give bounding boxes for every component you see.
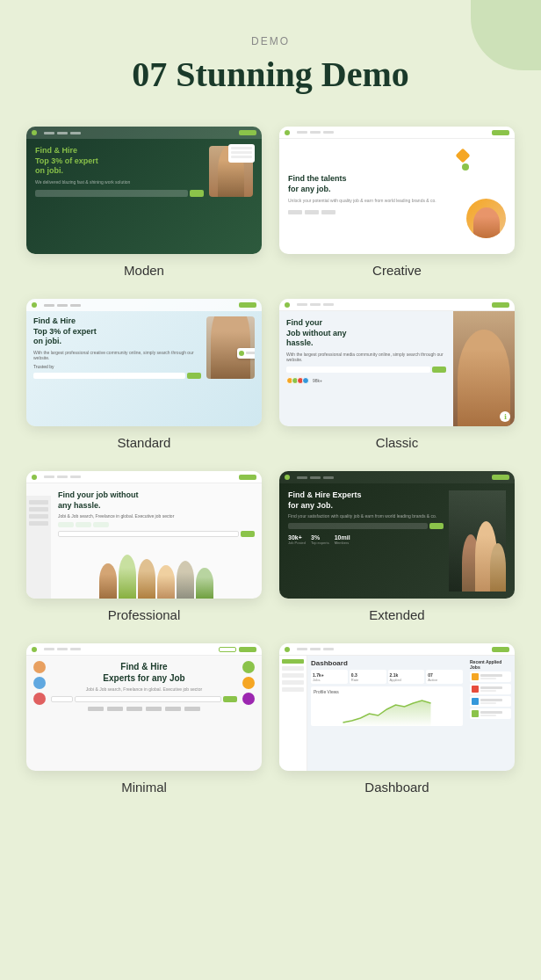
job-info bbox=[480, 686, 509, 692]
sidebar-item bbox=[282, 680, 304, 685]
job-title bbox=[480, 711, 502, 714]
nav-bar bbox=[26, 643, 262, 656]
nav-items bbox=[297, 648, 334, 650]
nav-item bbox=[57, 475, 68, 478]
demo-name-creative[interactable]: Creative bbox=[372, 263, 422, 278]
nav-item bbox=[70, 475, 81, 478]
demo-thumbnail-minimal[interactable]: Find & HireExperts for any Job Jobi & Jo… bbox=[26, 643, 262, 771]
demo-name-minimal[interactable]: Minimal bbox=[121, 780, 167, 795]
brand-item bbox=[107, 707, 123, 711]
decorative-shape bbox=[456, 149, 471, 163]
nav-bar bbox=[279, 471, 515, 483]
brand-logos bbox=[288, 210, 452, 214]
cta-button bbox=[492, 130, 509, 135]
demo-name-moden[interactable]: Moden bbox=[124, 263, 164, 278]
nav-items bbox=[44, 132, 81, 134]
hero-image: ℹ bbox=[453, 311, 515, 426]
nav-item bbox=[57, 132, 68, 134]
demo-item-extended[interactable]: Find & Hire Expertsfor any Job. Find you… bbox=[279, 471, 515, 622]
brand-item bbox=[88, 707, 104, 711]
demo-thumbnail-extended[interactable]: Find & Hire Expertsfor any Job. Find you… bbox=[279, 471, 515, 599]
demo-item-standard[interactable]: Find & HireTop 3% of experton jobi. With… bbox=[26, 299, 262, 450]
demo-name-classic[interactable]: Classic bbox=[376, 435, 418, 450]
sub-text: With the largest professional creative c… bbox=[33, 350, 201, 360]
brand-item bbox=[165, 707, 181, 711]
job-logo bbox=[472, 710, 479, 717]
people-row: 98k+ bbox=[286, 377, 446, 384]
left-avatars bbox=[33, 661, 46, 711]
avatar bbox=[242, 661, 255, 673]
avatar bbox=[302, 377, 309, 384]
filter-tags bbox=[58, 522, 255, 527]
search-bar bbox=[35, 190, 204, 197]
demo-thumbnail-moden[interactable]: Find & HireTop 3% of experton jobi. We d… bbox=[26, 127, 262, 254]
filter-tag bbox=[93, 522, 109, 527]
demo-thumbnail-professional[interactable]: Find your job withoutany hassle. Jobi & … bbox=[26, 471, 262, 599]
search-input bbox=[288, 523, 428, 529]
sidebar-item bbox=[282, 666, 304, 671]
job-item bbox=[470, 708, 511, 719]
demo-item-professional[interactable]: Find your job withoutany hassle. Jobi & … bbox=[26, 471, 262, 622]
stats-row: 30k+ Job Posted 3% Top experts 10mil Mem… bbox=[288, 534, 444, 545]
person-silhouette bbox=[196, 568, 213, 599]
job-title bbox=[480, 674, 502, 677]
stats-row: 1.7k+ Jobs 0.3 Rate 2.1k Applied bbox=[311, 670, 463, 684]
nav-items bbox=[44, 648, 81, 650]
demo-name-dashboard[interactable]: Dashboard bbox=[364, 780, 429, 795]
stat-card: 2.1k Applied bbox=[388, 670, 425, 684]
sidebar bbox=[26, 496, 51, 599]
nav-items bbox=[297, 303, 334, 306]
search-bar bbox=[286, 367, 446, 373]
demo-name-extended[interactable]: Extended bbox=[369, 607, 424, 622]
person-silhouette bbox=[119, 555, 136, 599]
demo-item-creative[interactable]: Find the talentsfor any job. Unlock your… bbox=[279, 127, 515, 278]
headline: Find yourJob without anyhassle. bbox=[286, 318, 446, 349]
demo-thumbnail-standard[interactable]: Find & HireTop 3% of experton jobi. With… bbox=[26, 299, 262, 426]
hero-content: Find & HireTop 3% of experton jobi. With… bbox=[26, 311, 262, 384]
trusted-text: Trusted by bbox=[33, 364, 201, 369]
logo-dot bbox=[32, 302, 37, 308]
hero-content: Find & HireExperts for any Job Jobi & Jo… bbox=[26, 656, 262, 716]
avatar bbox=[33, 693, 46, 705]
demo-thumbnail-classic[interactable]: Find yourJob without anyhassle. With the… bbox=[279, 299, 515, 426]
search-bar bbox=[288, 523, 444, 529]
demo-item-minimal[interactable]: Find & HireExperts for any Job Jobi & Jo… bbox=[26, 643, 262, 795]
avatar bbox=[242, 677, 255, 689]
person-silhouette bbox=[490, 543, 506, 592]
demo-thumbnail-creative[interactable]: Find the talentsfor any job. Unlock your… bbox=[279, 127, 515, 254]
search-btn bbox=[432, 367, 446, 373]
demos-grid: Find & HireTop 3% of experton jobi. We d… bbox=[26, 127, 515, 795]
stat-label: Top experts bbox=[311, 541, 329, 545]
nav-item bbox=[44, 132, 54, 134]
text-area: Find & HireTop 3% of experton jobi. With… bbox=[33, 316, 201, 379]
nav-bar bbox=[279, 643, 515, 656]
search-input bbox=[58, 531, 239, 537]
demo-name-standard[interactable]: Standard bbox=[118, 435, 171, 450]
nav-item bbox=[323, 476, 334, 479]
cta-button bbox=[239, 475, 256, 480]
people-group bbox=[51, 550, 262, 599]
demo-item-dashboard[interactable]: Dashboard 1.7k+ Jobs 0.3 Rate 2. bbox=[279, 643, 515, 795]
text-area: Find & HireTop 3% of experton jobi. We d… bbox=[35, 146, 204, 197]
nav-item bbox=[310, 303, 321, 306]
job-item bbox=[470, 684, 511, 694]
right-panel: Recent Applied Jobs bbox=[466, 656, 515, 771]
person-silhouette bbox=[99, 563, 117, 599]
nav-buttons bbox=[219, 647, 256, 652]
nav-item bbox=[323, 648, 334, 650]
hero-content: Find the talentsfor any job. Unlock your… bbox=[279, 139, 515, 250]
stat-value: 30k+ bbox=[288, 534, 306, 541]
chart-title: Profile Views bbox=[314, 689, 460, 694]
brand-item bbox=[184, 707, 200, 711]
nav-item bbox=[70, 304, 81, 307]
demo-item-moden[interactable]: Find & HireTop 3% of experton jobi. We d… bbox=[26, 127, 262, 278]
center-content: Find & HireExperts for any Job Jobi & Jo… bbox=[51, 661, 237, 711]
demo-item-classic[interactable]: Find yourJob without anyhassle. With the… bbox=[279, 299, 515, 450]
job-info bbox=[480, 674, 509, 679]
demo-name-professional[interactable]: Professional bbox=[108, 607, 181, 622]
logo-dot bbox=[32, 647, 37, 652]
headline: Find & HireTop 3% of experton jobi. bbox=[35, 146, 204, 177]
filter-tag bbox=[76, 522, 91, 527]
demo-thumbnail-dashboard[interactable]: Dashboard 1.7k+ Jobs 0.3 Rate 2. bbox=[279, 643, 515, 771]
nav-item bbox=[44, 475, 54, 478]
